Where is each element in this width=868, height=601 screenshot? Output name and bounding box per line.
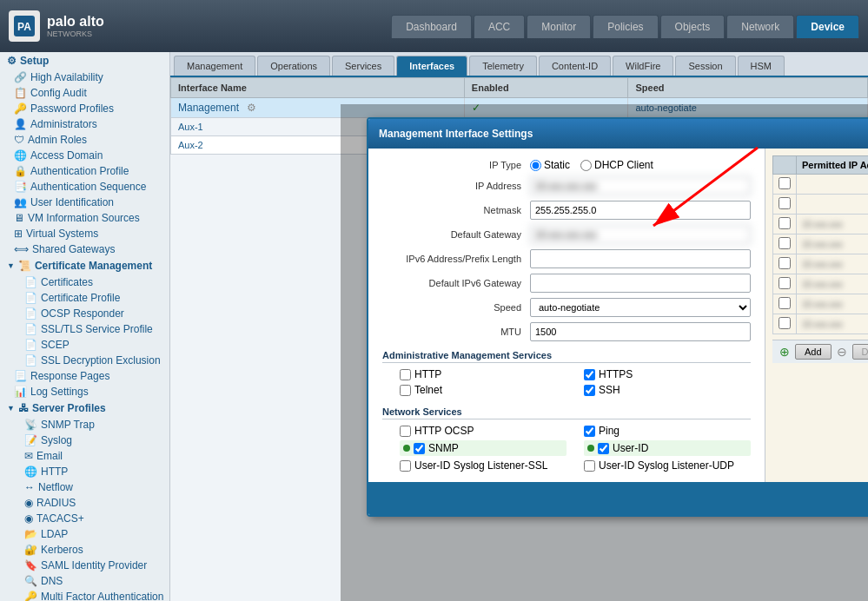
permitted-ip-row[interactable]: 10.xxx.xxx (773, 234, 869, 254)
subtab-hsm[interactable]: HSM (738, 56, 785, 76)
subtab-session[interactable]: Session (675, 56, 735, 76)
sidebar-item-setup[interactable]: ⚙ Setup (0, 52, 169, 69)
tab-objects[interactable]: Objects (660, 15, 726, 38)
sidebar-item-password-profiles[interactable]: 🔑 Password Profiles (0, 101, 169, 116)
ssh-checkbox-label[interactable]: SSH (584, 384, 751, 396)
http-ocsp-checkbox-label[interactable]: HTTP OCSP (400, 425, 567, 437)
sidebar-item-scep[interactable]: 📄 SCEP (0, 337, 169, 353)
subtab-services[interactable]: Services (332, 56, 394, 76)
tab-network[interactable]: Network (726, 15, 794, 38)
sidebar-item-snmp-trap[interactable]: 📡 SNMP Trap (0, 417, 169, 433)
sidebar-item-high-availability[interactable]: 🔗 High Availability (0, 69, 169, 85)
sidebar-item-email[interactable]: ✉ Email (0, 448, 169, 464)
subtab-telemetry[interactable]: Telemetry (469, 56, 537, 76)
sidebar-item-radius[interactable]: ◉ RADIUS (0, 495, 169, 511)
row-checkbox[interactable] (779, 297, 791, 309)
ipv6-prefix-input[interactable] (530, 249, 751, 268)
sidebar-item-ssl-decrypt[interactable]: 📄 SSL Decryption Exclusion (0, 353, 169, 368)
subtab-management[interactable]: Management (174, 56, 255, 76)
permitted-ip-row[interactable]: 10.xxx.xxx (773, 314, 869, 334)
sidebar-item-ssl-tls[interactable]: 📄 SSL/TLS Service Profile (0, 321, 169, 337)
user-id-checkbox[interactable] (598, 443, 609, 454)
sidebar-item-cert-management[interactable]: ▼ 📜 Certificate Management (0, 257, 169, 274)
tab-policies[interactable]: Policies (593, 15, 658, 38)
row-checkbox[interactable] (779, 217, 791, 229)
subtab-operations[interactable]: Operations (257, 56, 330, 76)
permitted-ip-row[interactable] (773, 195, 869, 215)
uid-syslog-ssl-checkbox-label[interactable]: User-ID Syslog Listener-SSL (400, 459, 567, 472)
tab-monitor[interactable]: Monitor (527, 15, 591, 38)
sidebar-item-dns[interactable]: 🔍 DNS (0, 573, 169, 589)
permitted-ip-row[interactable]: 10.xxx.xxx (773, 254, 869, 274)
sidebar-item-vm-info[interactable]: 🖥 VM Information Sources (0, 210, 169, 226)
row-checkbox[interactable] (779, 197, 791, 209)
add-button[interactable]: Add (795, 344, 832, 360)
row-checkbox[interactable] (779, 277, 791, 289)
mtu-input[interactable] (530, 322, 751, 341)
sidebar-item-access-domain[interactable]: 🌐 Access Domain (0, 148, 169, 163)
ping-checkbox-label[interactable]: Ping (584, 425, 751, 437)
http-checkbox-label[interactable]: HTTP (400, 368, 567, 380)
netmask-input[interactable] (530, 201, 751, 220)
telnet-checkbox[interactable] (400, 385, 411, 396)
tab-dashboard[interactable]: Dashboard (391, 15, 472, 38)
permitted-ip-row[interactable]: 10.xxx.xxx (773, 274, 869, 294)
ip-type-static-input[interactable] (530, 160, 541, 171)
sidebar-item-cert-profile[interactable]: 📄 Certificate Profile (0, 290, 169, 306)
ip-type-dhcp-input[interactable] (580, 160, 592, 171)
telnet-checkbox-label[interactable]: Telnet (400, 384, 567, 396)
ip-type-static-radio[interactable]: Static (530, 159, 570, 171)
sidebar-item-mfa[interactable]: 🔑 Multi Factor Authentication (0, 589, 169, 601)
ping-checkbox[interactable] (584, 426, 595, 437)
ssh-checkbox[interactable] (584, 385, 595, 396)
sidebar-item-syslog[interactable]: 📝 Syslog (0, 433, 169, 448)
row-checkbox[interactable] (779, 177, 791, 189)
sidebar-item-auth-sequence[interactable]: 📑 Authentication Sequence (0, 179, 169, 195)
sidebar-item-administrators[interactable]: 👤 Administrators (0, 116, 169, 132)
row-checkbox[interactable] (779, 237, 791, 249)
sidebar-item-ocsp[interactable]: 📄 OCSP Responder (0, 306, 169, 321)
sidebar-item-tacacs[interactable]: ◉ TACACS+ (0, 511, 169, 526)
default-gateway-input[interactable] (530, 225, 751, 244)
sidebar-item-saml[interactable]: 🔖 SAML Identity Provider (0, 558, 169, 573)
sidebar-item-log-settings[interactable]: 📊 Log Settings (0, 384, 169, 400)
sidebar-item-ldap[interactable]: 📂 LDAP (0, 526, 169, 542)
http-ocsp-checkbox[interactable] (400, 426, 411, 437)
ip-address-input[interactable] (530, 176, 751, 195)
snmp-checkbox[interactable] (414, 443, 425, 454)
tab-acc[interactable]: ACC (474, 15, 525, 38)
sidebar-item-server-profiles[interactable]: ▼ 🖧 Server Profiles (0, 400, 169, 417)
sidebar-item-shared-gateways[interactable]: ⟺ Shared Gateways (0, 241, 169, 257)
uid-syslog-ssl-checkbox[interactable] (400, 460, 411, 472)
sidebar-item-response-pages[interactable]: 📃 Response Pages (0, 368, 169, 384)
uid-syslog-udp-checkbox-label[interactable]: User-ID Syslog Listener-UDP (584, 459, 751, 472)
tab-device[interactable]: Device (796, 15, 859, 38)
sidebar-item-config-audit[interactable]: 📋 Config Audit (0, 85, 169, 101)
delete-button[interactable]: Delete (852, 344, 868, 360)
sidebar-item-admin-roles[interactable]: 🛡 Admin Roles (0, 132, 169, 148)
uid-syslog-udp-checkbox[interactable] (584, 460, 595, 472)
row-checkbox[interactable] (779, 317, 791, 329)
speed-select[interactable]: auto-negotiate 10Mbps-half 10Mbps-full 1… (530, 298, 751, 317)
row-checkbox[interactable] (779, 257, 791, 269)
ip-type-dhcp-radio[interactable]: DHCP Client (580, 159, 653, 171)
permitted-ip-row[interactable]: 10.xxx.xxx (773, 215, 869, 234)
sidebar-item-user-id[interactable]: 👥 User Identification (0, 195, 169, 210)
subtab-wildfire[interactable]: WildFire (613, 56, 673, 76)
permitted-ip-row[interactable]: 10.xxx.xxx (773, 294, 869, 314)
snmp-checkbox-label[interactable]: SNMP (400, 440, 567, 456)
permitted-ip-row[interactable] (773, 175, 869, 195)
sidebar-item-kerberos[interactable]: 🔐 Kerberos (0, 542, 169, 558)
subtab-interfaces[interactable]: Interfaces (396, 56, 467, 76)
ipv6-gateway-input[interactable] (530, 274, 751, 293)
sidebar-item-virtual-systems[interactable]: ⊞ Virtual Systems (0, 226, 169, 241)
subtab-content-id[interactable]: Content-ID (539, 56, 611, 76)
http-checkbox[interactable] (400, 369, 411, 380)
sidebar-item-netflow[interactable]: ↔ Netflow (0, 479, 169, 495)
sidebar-item-certificates[interactable]: 📄 Certificates (0, 274, 169, 290)
sidebar-item-auth-profile[interactable]: 🔒 Authentication Profile (0, 163, 169, 179)
sidebar-item-http[interactable]: 🌐 HTTP (0, 464, 169, 479)
https-checkbox-label[interactable]: HTTPS (584, 368, 751, 380)
user-id-checkbox-label[interactable]: User-ID (584, 440, 751, 456)
https-checkbox[interactable] (584, 369, 595, 380)
